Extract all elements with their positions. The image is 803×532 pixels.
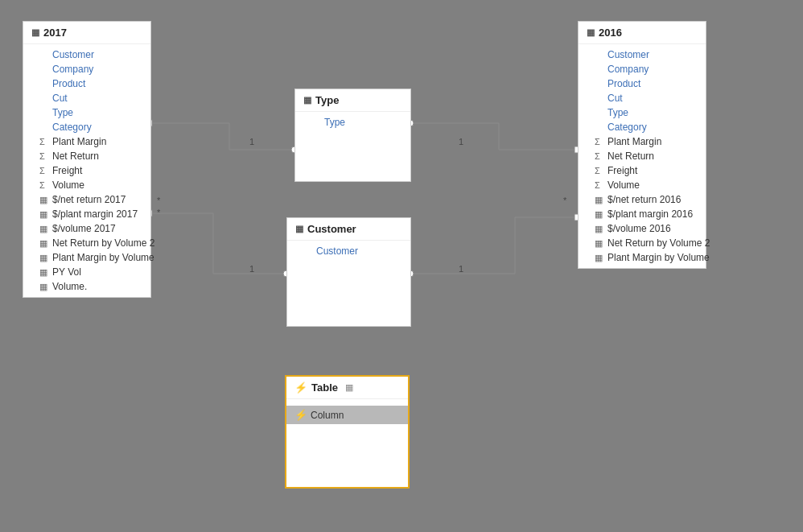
field-2016-category[interactable]: Category: [579, 120, 706, 134]
table-type: ▦ Type Type: [294, 89, 411, 182]
field-2017-freight[interactable]: ΣFreight: [23, 163, 150, 178]
field-2016-freight[interactable]: ΣFreight: [579, 163, 706, 178]
connector-label-star1: *: [157, 196, 160, 205]
field-2017-customer[interactable]: Customer: [23, 47, 150, 62]
field-2017-cut[interactable]: Cut: [23, 91, 150, 105]
field-2017-netreturn2017[interactable]: ▦$/net return 2017: [23, 192, 150, 207]
table-customer-header: ▦ Customer: [287, 218, 410, 241]
field-2017-netreturn[interactable]: ΣNet Return: [23, 149, 150, 163]
table-type-body: Type: [295, 112, 410, 133]
field-2017-product[interactable]: Product: [23, 76, 150, 91]
connector-label-1b: 1: [459, 137, 463, 146]
table-table-header: ⚡ Table ▦: [286, 377, 408, 399]
field-2016-plantmarginvol[interactable]: ▦Plant Margin by Volume: [579, 250, 706, 265]
table-icon-2017: ▦: [31, 27, 39, 38]
table-table-title: Table: [311, 381, 338, 394]
table-icon-type: ▦: [303, 95, 311, 105]
table-2016: ▦ 2016 Customer Company Product Cut Type…: [578, 21, 706, 269]
table-expand-icon[interactable]: ▦: [345, 382, 353, 393]
field-2017-volume2017[interactable]: ▦$/volume 2017: [23, 221, 150, 236]
table-2017-body: Customer Company Product Cut Type Catego…: [23, 44, 150, 297]
field-2016-netreturnvol2[interactable]: ▦Net Return by Volume 2: [579, 236, 706, 250]
field-2017-volume[interactable]: ΣVolume: [23, 178, 150, 192]
warn-icon-table: ⚡: [294, 381, 307, 394]
table-2016-title: 2016: [599, 27, 622, 39]
field-2016-netreturn[interactable]: ΣNet Return: [579, 149, 706, 163]
field-2016-plantmargin2016[interactable]: ▦$/plant margin 2016: [579, 207, 706, 221]
field-2016-plantmargin[interactable]: ΣPlant Margin: [579, 134, 706, 149]
connector-label-star2: *: [157, 208, 160, 217]
field-2016-product[interactable]: Product: [579, 76, 706, 91]
warn-icon-column: ⚡: [294, 409, 307, 421]
field-2017-category[interactable]: Category: [23, 120, 150, 134]
field-2016-volume[interactable]: ΣVolume: [579, 178, 706, 192]
table-customer-body: Customer: [287, 241, 410, 262]
connector-label-1c: 1: [249, 264, 254, 274]
field-2016-company[interactable]: Company: [579, 62, 706, 76]
table-customer-title: Customer: [307, 223, 356, 235]
table-table: ⚡ Table ▦ ⚡ Column: [285, 375, 410, 489]
field-2017-pyvol[interactable]: ▦PY Vol: [23, 265, 150, 279]
field-type-type[interactable]: Type: [295, 115, 410, 130]
table-2017-header: ▦ 2017: [23, 22, 150, 44]
field-2016-netreturn2016[interactable]: ▦$/net return 2016: [579, 192, 706, 207]
field-2016-type[interactable]: Type: [579, 105, 706, 120]
field-table-column[interactable]: ⚡ Column: [286, 406, 408, 424]
field-2017-plantmarginvol[interactable]: ▦Plant Margin by Volume: [23, 250, 150, 265]
table-icon-customer: ▦: [295, 224, 303, 234]
field-2017-netreturnvol2[interactable]: ▦Net Return by Volume 2: [23, 236, 150, 250]
table-type-title: Type: [315, 94, 339, 106]
field-2017-plantmargin2017[interactable]: ▦$/plant margin 2017: [23, 207, 150, 221]
field-2016-volume2016[interactable]: ▦$/volume 2016: [579, 221, 706, 236]
table-table-body: ⚡ Column: [286, 399, 408, 431]
table-2017-title: 2017: [43, 27, 67, 39]
field-2017-plantmargin[interactable]: ΣPlant Margin: [23, 134, 150, 149]
connector-label-1d: 1: [459, 264, 463, 274]
field-2016-customer[interactable]: Customer: [579, 47, 706, 62]
table-icon-2016: ▦: [587, 27, 595, 38]
field-2017-type[interactable]: Type: [23, 105, 150, 120]
field-2017-volumedot[interactable]: ▦Volume.: [23, 279, 150, 294]
table-customer: ▦ Customer Customer: [286, 217, 411, 327]
table-2017: ▦ 2017 Customer Company Product Cut Type…: [23, 21, 151, 298]
connector-label-1a: 1: [249, 137, 254, 146]
table-2016-body: Customer Company Product Cut Type Catego…: [579, 44, 706, 268]
field-customer-customer[interactable]: Customer: [287, 244, 410, 258]
connector-label-star3: *: [563, 196, 566, 205]
field-2017-company[interactable]: Company: [23, 62, 150, 76]
table-2016-header: ▦ 2016: [579, 22, 706, 44]
field-2016-cut[interactable]: Cut: [579, 91, 706, 105]
table-type-header: ▦ Type: [295, 89, 410, 112]
